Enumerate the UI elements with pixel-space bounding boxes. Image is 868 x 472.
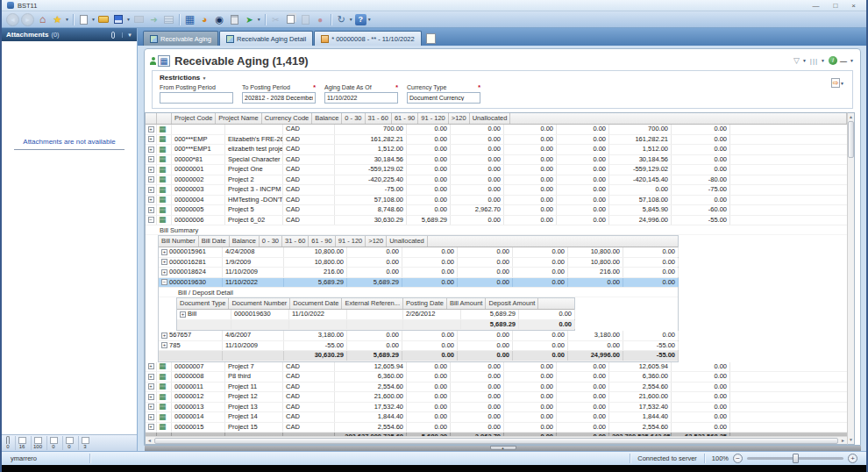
bill-row[interactable]: + 0000016281 1/9/200910,800.000.00 0.000… — [159, 258, 678, 268]
project-row[interactable]: + ▦ 00000012Project 12CAD 21,600.000.000… — [146, 392, 847, 403]
zoom-slider[interactable] — [747, 457, 843, 460]
panel-menu-icon[interactable]: ▼ — [122, 32, 132, 38]
aging-date-input[interactable] — [324, 92, 398, 104]
project-row[interactable]: + ▦ 00000002Project 2CAD -420,225.400.00… — [146, 175, 847, 186]
expand-row-icon[interactable]: + — [148, 187, 154, 193]
column-header[interactable]: 0 - 30 — [342, 113, 365, 124]
column-header[interactable]: Deposit Amount — [486, 298, 538, 309]
status-counter[interactable]: 3 — [78, 436, 91, 450]
column-header[interactable]: 0 - 30 — [260, 236, 282, 247]
open-icon[interactable] — [97, 13, 110, 26]
expand-row-icon[interactable]: + — [161, 342, 167, 348]
column-header[interactable]: 61 - 90 — [392, 113, 418, 124]
expand-row-icon[interactable]: + — [148, 197, 154, 203]
project-row-expanded[interactable]: − ▦ 00000006Project 6_02CAD 30,630.295,6… — [146, 216, 847, 226]
project-row[interactable]: + ▦ 00000014Project 14CAD 1,844.400.000.… — [146, 412, 847, 423]
zoom-in-button[interactable]: + — [848, 454, 857, 463]
scroll-up-icon[interactable]: ▲ — [849, 113, 853, 121]
filter-dropdown-icon[interactable]: ▼ — [802, 58, 807, 63]
grid-view-icon[interactable]: ▦ — [183, 13, 196, 26]
column-header[interactable]: Document Type — [177, 298, 229, 309]
column-header[interactable]: Document Number — [229, 298, 290, 309]
expand-row-icon[interactable]: + — [161, 249, 167, 255]
project-row[interactable]: + ▦ 00000003Project 3 - INCPMCAD -75.000… — [146, 185, 847, 196]
collapse-row-icon[interactable]: − — [161, 279, 167, 285]
help-icon[interactable]: ? — [355, 14, 366, 25]
vertical-scroll-thumb[interactable] — [848, 121, 854, 158]
document-row[interactable]: + Bill 000001963011/10/2022 2/26/20125,6… — [177, 310, 574, 320]
help-dropdown-icon[interactable]: ▼ — [367, 17, 372, 22]
bill-row[interactable]: + 0000018624 11/10/2009216.000.00 0.000.… — [159, 268, 678, 278]
clipboard-icon[interactable] — [228, 13, 241, 26]
column-header[interactable]: Project Name — [216, 113, 261, 124]
maximize-button[interactable]: □ — [833, 2, 837, 10]
column-header[interactable]: 91 - 120 — [418, 113, 449, 124]
horizontal-scrollbar[interactable]: ◄ ► — [146, 436, 847, 444]
column-header[interactable]: Bill Number — [159, 236, 199, 247]
expand-row-icon[interactable]: + — [148, 156, 154, 162]
expand-row-icon[interactable]: + — [161, 259, 167, 265]
column-header[interactable]: Bill Amount — [447, 298, 487, 309]
column-header[interactable]: >120 — [449, 113, 470, 124]
zoom-slider-thumb[interactable] — [793, 454, 799, 463]
favorites-icon[interactable]: ★ — [51, 13, 64, 26]
chart-icon[interactable]: ◕ — [198, 13, 211, 26]
column-header[interactable]: Document Date — [290, 298, 342, 309]
new-dropdown-icon[interactable]: ▼ — [91, 17, 96, 22]
bill-row[interactable]: + 567657 4/6/20073,180.000.00 0.000.000.… — [159, 331, 678, 341]
currency-type-input[interactable] — [407, 92, 480, 104]
expand-row-icon[interactable]: + — [148, 363, 154, 369]
project-row[interactable]: + ▦ 00000015Project 15CAD 2,554.600.000.… — [146, 423, 847, 433]
expand-row-icon[interactable]: + — [148, 414, 154, 420]
columns-dropdown-icon[interactable]: ▼ — [821, 58, 825, 63]
filter-icon[interactable]: ▽ — [793, 56, 800, 65]
bill-row[interactable]: + 0000015961 4/24/200810,800.000.00 0.00… — [159, 247, 678, 258]
column-header[interactable]: Project Code — [172, 113, 216, 124]
refresh-dropdown-icon[interactable]: ▼ — [349, 17, 353, 22]
project-row[interactable]: + ▦ 00000005Project 5CAD 8,748.600.002,9… — [146, 205, 847, 216]
refresh-icon[interactable]: ↻ — [335, 13, 348, 26]
scroll-left-icon[interactable]: ◄ — [146, 438, 153, 443]
collapse-panel-icon[interactable]: — — [840, 57, 847, 65]
expand-row-icon[interactable]: + — [148, 404, 154, 410]
column-header[interactable]: 61 - 90 — [309, 236, 335, 247]
column-header[interactable]: Unallocated — [470, 113, 511, 124]
expand-row-icon[interactable]: + — [148, 126, 154, 132]
column-header[interactable]: Balance — [230, 236, 260, 247]
project-row[interactable]: + ▦ 00000001Project OneCAD -559,129.020.… — [146, 165, 847, 175]
collapse-dropdown-icon[interactable]: ▼ — [850, 58, 854, 63]
collapse-row-icon[interactable]: − — [148, 217, 154, 223]
column-chooser-icon[interactable]: ||| — [810, 57, 818, 65]
tab-receivable-aging-detail[interactable]: Receivable Aging Detail — [219, 31, 313, 46]
back-icon[interactable]: ◄ — [6, 13, 19, 26]
project-row[interactable]: + ▦ 00000011Project 11CAD 2,554.600.000.… — [146, 383, 847, 393]
expand-row-icon[interactable]: + — [148, 207, 154, 213]
tab-document[interactable]: * 00000008 - ** - 11/10/2022 — [314, 31, 422, 46]
zoom-out-button[interactable]: − — [733, 454, 743, 463]
column-header[interactable]: External Referen... — [342, 298, 403, 309]
project-row[interactable]: + ▦ 00000013Project 13CAD 17,532.400.000… — [146, 403, 847, 413]
new-tab-button[interactable] — [426, 33, 436, 44]
favorites-dropdown-icon[interactable]: ▼ — [65, 17, 69, 22]
project-row[interactable]: + ▦ 00000007Project 7CAD 12,605.940.000.… — [146, 362, 847, 373]
status-counter[interactable]: 0 — [46, 436, 60, 450]
export-icon[interactable]: ⇨ — [831, 78, 840, 88]
run-dropdown-icon[interactable]: ▼ — [257, 17, 261, 22]
scroll-right-icon[interactable]: ► — [839, 438, 847, 443]
restrictions-toggle[interactable]: Restrictions ▼ — [160, 74, 207, 82]
new-icon[interactable] — [77, 13, 90, 26]
scroll-down-icon[interactable]: ▼ — [849, 436, 853, 444]
expand-row-icon[interactable]: + — [148, 374, 154, 380]
expand-row-icon[interactable]: + — [148, 176, 154, 182]
horizontal-scroll-thumb[interactable] — [154, 438, 838, 444]
column-header[interactable]: 91 - 120 — [336, 236, 366, 247]
copy-icon[interactable] — [284, 13, 297, 26]
column-header[interactable]: Posting Date — [403, 298, 447, 309]
run-process-icon[interactable]: ➤ — [243, 13, 256, 26]
minimize-button[interactable]: — — [812, 2, 819, 10]
dashboard-icon[interactable]: ◉ — [213, 13, 226, 26]
to-posting-period-input[interactable] — [242, 92, 316, 104]
forward-icon[interactable]: ► — [21, 13, 34, 26]
expand-row-icon[interactable]: + — [148, 136, 154, 142]
expand-row-icon[interactable]: + — [148, 147, 154, 153]
